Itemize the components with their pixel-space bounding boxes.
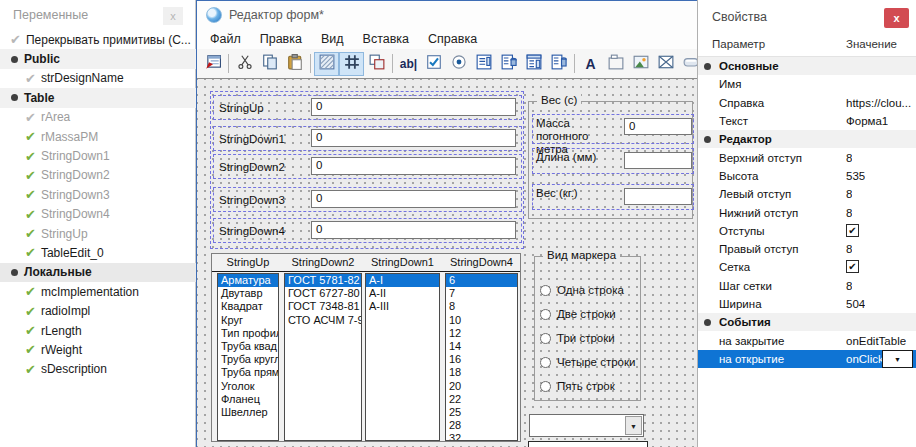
property-row-Справка[interactable]: Справкаhttps://clou... [698,94,916,112]
list-item[interactable]: Швеллер [218,406,278,419]
toolbar-frame-button[interactable] [603,52,628,76]
property-row-Левый отступ[interactable]: Левый отступ8 [698,185,916,203]
property-row-на открытие[interactable]: на открытиеonClick▼ [698,350,916,368]
toolbar-overlap-button[interactable] [364,52,389,76]
list-item[interactable]: Квадрат [218,300,278,313]
list-item[interactable]: Труба кругл [218,353,278,366]
toolbar-radiobutton-button[interactable] [446,52,471,76]
list-item[interactable]: A-I [366,274,439,287]
list-item[interactable]: 25 [446,406,517,419]
list-item[interactable]: Тип профил [218,327,278,340]
property-row-Текст[interactable]: ТекстФорма1 [698,112,916,130]
list-item[interactable]: Двутавр [218,287,278,300]
radio-option-Одна строка[interactable]: Одна строка [540,284,624,296]
list-item[interactable]: 28 [446,419,517,432]
list-item[interactable]: СТО АСЧМ 7-9 [285,314,361,327]
menu-Справка[interactable]: Справка [428,32,477,46]
property-row-Верхний отступ[interactable]: Верхний отступ8 [698,148,916,166]
list-item[interactable]: A-II [366,287,439,300]
property-row-Правый отступ[interactable]: Правый отступ8 [698,240,916,258]
variable-item-TableEdit_0[interactable]: ✔TableEdit_0 [0,243,196,262]
property-row-Ширина[interactable]: Ширина504 [698,295,916,313]
table-listbox-StringDown2[interactable]: ГОСТ 5781-82ГОСТ 6727-80ГОСТ 7348-81СТО … [284,273,362,441]
form-bottom-listbox[interactable] [528,441,648,447]
property-row-Нижний отступ[interactable]: Нижний отступ8 [698,203,916,221]
string-row-input[interactable]: 0 [311,129,516,147]
variables-section-Table[interactable]: Table [0,88,196,107]
variables-section-Локальные[interactable]: Локальные [0,263,196,282]
radio-option-Три строки[interactable]: Три строки [540,332,615,344]
variables-panel-close-icon[interactable]: x [163,7,183,25]
list-item[interactable]: ГОСТ 6727-80 [285,287,361,300]
form-combobox[interactable]: ▼ [529,414,644,437]
string-row-input[interactable]: 0 [311,221,516,239]
property-row-Сетка[interactable]: Сетка✔ [698,258,916,276]
property-section-События[interactable]: События [698,313,916,331]
list-item[interactable]: 18 [446,366,517,379]
list-item[interactable]: 6 [446,274,517,287]
list-item[interactable]: A-III [366,300,439,313]
toolbar-textbox-button[interactable]: ab| [396,52,421,76]
checkbox-checked-icon[interactable]: ✔ [846,260,859,273]
string-row-input[interactable]: 0 [311,157,516,175]
checkbox-checked-icon[interactable]: ✔ [846,224,859,237]
table-listbox-StringDown1[interactable]: A-IA-IIA-III [365,273,440,441]
list-item[interactable]: Круг [218,314,278,327]
toolbar-run-form-button[interactable] [200,52,225,76]
variable-item-StringUp[interactable]: ✔StringUp [0,224,196,243]
toolbar-label-button[interactable]: A [578,52,603,76]
properties-panel-close-icon[interactable]: x [884,8,909,28]
property-section-Основные[interactable]: Основные [698,57,916,75]
weight-field-input[interactable] [624,152,692,169]
toolbar-listbox-button[interactable] [471,52,496,76]
property-row-Отступы[interactable]: Отступы✔ [698,222,916,240]
toolbar-copy-button[interactable] [257,52,282,76]
variables-section-Public[interactable]: Public [0,49,196,68]
property-section-Редактор[interactable]: Редактор [698,130,916,148]
list-item[interactable]: 12 [446,327,517,340]
toolbar-image-button[interactable] [628,52,653,76]
combobox-dropdown-icon[interactable]: ▼ [625,416,642,435]
list-item[interactable]: Труба квад [218,340,278,353]
list-item[interactable]: 32 [446,432,517,441]
menu-Вид[interactable]: Вид [321,32,344,46]
variable-item-rMassaPM[interactable]: ✔rMassaPM [0,127,196,146]
list-item[interactable]: 7 [446,287,517,300]
radio-option-Четыре строки[interactable]: Четыре строки [540,356,635,368]
list-item[interactable]: 14 [446,340,517,353]
toolbar-cross-box-button[interactable] [653,52,678,76]
toolbar-grid-button[interactable] [339,52,364,76]
menu-Правка[interactable]: Правка [260,32,302,46]
list-item[interactable]: Арматура [218,274,278,287]
table-control[interactable]: StringUpАрматураДвутаврКвадратКругТип пр… [211,253,521,442]
radio-option-Две строки[interactable]: Две строки [540,308,616,320]
list-item[interactable]: Уголок [218,380,278,393]
variable-item-rArea[interactable]: ✔rArea [0,108,196,127]
variable-item-StringDown1[interactable]: ✔StringDown1 [0,146,196,165]
variable-item-sDescription[interactable]: ✔sDescription [0,360,196,379]
list-item[interactable]: Фланец [218,393,278,406]
weight-field-input[interactable] [624,188,692,205]
property-dropdown-icon[interactable]: ▼ [882,350,913,368]
toolbar-combo-edit-button[interactable] [546,52,571,76]
list-item[interactable]: 16 [446,353,517,366]
variable-item-mcImplementation[interactable]: ✔mcImplementation [0,282,196,301]
toolbar-checkbox-button[interactable] [421,52,446,76]
variable-item-rWeight[interactable]: ✔rWeight [0,340,196,359]
property-row-Высота[interactable]: Высота535 [698,167,916,185]
weight-field-input[interactable]: 0 [624,118,692,135]
list-item[interactable]: Труба прям [218,366,278,379]
list-item[interactable]: ГОСТ 7348-81 [285,300,361,313]
menu-Вставка[interactable]: Вставка [363,32,409,46]
toolbar-fill-style-button[interactable] [314,52,339,76]
table-listbox-StringDown4[interactable]: 67810121416182022252832 [445,273,518,441]
list-item[interactable]: 20 [446,380,517,393]
toolbar-list-view-button[interactable] [521,52,546,76]
toolbar-cut-button[interactable] [232,52,257,76]
radio-option-Пять строк[interactable]: Пять строк [540,380,615,392]
toolbar-combo-list-button[interactable] [496,52,521,76]
variable-item-radioImpl[interactable]: ✔radioImpl [0,301,196,320]
string-row-input[interactable]: 0 [311,190,516,208]
variable-item-rLength[interactable]: ✔rLength [0,321,196,340]
table-listbox-StringUp[interactable]: АрматураДвутаврКвадратКругТип профилТруб… [217,273,279,441]
